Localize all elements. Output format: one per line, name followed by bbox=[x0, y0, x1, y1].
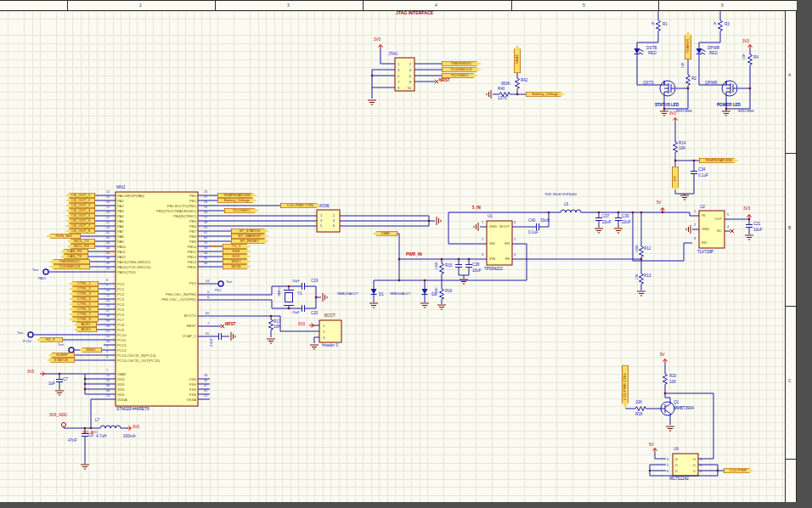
pin-number: 64 bbox=[106, 389, 110, 392]
r17-value: 10K bbox=[273, 325, 280, 329]
net-port-cs-out[interactable]: CS_OUT_3 bbox=[66, 203, 95, 208]
net-port-cs-out[interactable]: CS_OUT_4 bbox=[66, 208, 95, 213]
r13-value: 13K bbox=[634, 274, 639, 279]
net-port-tms-swdio[interactable]: TMS/SWDIO bbox=[442, 61, 481, 66]
pin-number: 49 bbox=[106, 262, 110, 265]
net-port-lcd-pwr-ctrl[interactable]: LCD PWR CTRL bbox=[280, 203, 321, 208]
net-port-cs-out[interactable]: CS_OUT_2 bbox=[66, 198, 95, 203]
u1-pin-boot: BOOT bbox=[499, 224, 510, 229]
port-row: MOSI bbox=[223, 264, 250, 269]
net-port-cs-out[interactable]: CS_OUT_6 bbox=[66, 218, 95, 223]
net-port-bt[interactable]: BT_WAKEUP bbox=[231, 234, 268, 239]
net-port-vbat[interactable]: VBAT bbox=[374, 231, 398, 236]
qsts-ref: QSTS bbox=[643, 81, 654, 85]
port-rt-vertical[interactable]: RT bbox=[672, 167, 679, 190]
net-port-ctrl[interactable]: CTRL_8 bbox=[70, 317, 99, 322]
c38-ref: C38 bbox=[472, 262, 479, 267]
net-port-ctrl[interactable]: CTRL_4 bbox=[70, 296, 99, 302]
net-port-battery-voltage[interactable]: Battery_Voltage bbox=[217, 198, 257, 203]
pin-number: 30 bbox=[204, 379, 207, 382]
u2-part: TLV733P bbox=[697, 250, 713, 254]
pin-name-boot0: BOOT0 bbox=[184, 313, 196, 318]
net-port-run-sig[interactable]: RUN_SIG bbox=[47, 234, 81, 239]
mcu-part: STM32F446RET6 bbox=[116, 407, 149, 411]
r42-value: 953K bbox=[501, 82, 510, 86]
net-port-tdo-swo[interactable]: TDO/SWO bbox=[224, 208, 258, 213]
net-port-spi[interactable]: SCK bbox=[223, 254, 250, 259]
r2-ref: R2 bbox=[691, 76, 696, 81]
net-port-nss2[interactable]: NSS2 bbox=[80, 347, 102, 353]
net-port-aux[interactable]: AUX2 bbox=[75, 327, 97, 332]
pin-number: 48 bbox=[106, 384, 110, 387]
net-port-aux[interactable]: AUX1 bbox=[75, 322, 97, 327]
zone-tick bbox=[785, 153, 797, 154]
pin-number: 46 bbox=[106, 257, 110, 260]
net-port-spi[interactable]: TX_3 bbox=[223, 244, 250, 249]
mcu-pin-row: VSSA12 bbox=[110, 397, 210, 402]
pin-number: 4 bbox=[106, 355, 108, 358]
net-port-ctrl[interactable]: CTRL_6 bbox=[70, 307, 99, 312]
net-port-uart[interactable]: MCU_RX bbox=[68, 244, 95, 249]
net-port-cs-out[interactable]: CS_OUT_7 bbox=[66, 223, 95, 229]
pin-number: 18 bbox=[204, 374, 207, 377]
net-port-cs-out[interactable]: CS_OUT_1 bbox=[66, 193, 95, 198]
pin-name-ph0: PH0-OSC_IN(PH0) bbox=[166, 292, 196, 296]
net-port-bt[interactable]: BT_STATUS bbox=[231, 229, 268, 234]
mcu-ref: MN3 bbox=[116, 185, 125, 189]
port-row: CTRL_8 bbox=[70, 317, 99, 322]
net-port-battery-voltage[interactable]: Battery_Voltage bbox=[526, 92, 565, 97]
l7-ref: L7 bbox=[95, 418, 99, 422]
port-row: CTRL_5 bbox=[70, 302, 99, 307]
net-port-spi[interactable]: MOSI bbox=[223, 264, 250, 269]
net-port-ctrl[interactable]: CTRL_5 bbox=[70, 302, 99, 307]
net-port-spi[interactable]: NSS bbox=[223, 249, 250, 254]
net-port-temperature-2[interactable]: TEMPERATURE bbox=[699, 158, 738, 163]
pin-num-vcap: 31 bbox=[206, 332, 209, 336]
r14-value: 10K bbox=[679, 146, 685, 150]
net-port-swd[interactable]: TMS/SWDIO bbox=[49, 259, 90, 264]
vdd-pwr: 3V3 bbox=[27, 370, 34, 374]
net-port-tdo-swo[interactable]: TDO/SWO bbox=[442, 73, 477, 78]
pin-name-nrst: NRST bbox=[187, 324, 196, 328]
net-port-can[interactable]: CAN_TX bbox=[61, 254, 88, 259]
net-port-swd[interactable]: TCK/SWCLK bbox=[49, 264, 90, 269]
zone-row-b: B bbox=[788, 225, 791, 230]
outer-area-bottom bbox=[0, 502, 797, 508]
port-row: CS_OUT_8 bbox=[66, 229, 95, 234]
net-port-temperature[interactable]: TEMPERATURE bbox=[217, 193, 257, 198]
net-port-tck-swclk[interactable]: TCK/SWCLK bbox=[442, 67, 481, 72]
net-port-can[interactable]: CAN_RX bbox=[61, 249, 88, 254]
port-status-vertical[interactable]: STATUS bbox=[685, 32, 691, 59]
net-port-ctrl[interactable]: CTRL_2 bbox=[70, 286, 99, 291]
net-port-ctrl[interactable]: CTRL_1 bbox=[70, 281, 99, 286]
net-port-ctrl[interactable]: CTRL_7 bbox=[70, 312, 99, 317]
net-port-rx3[interactable]: RX_3 bbox=[37, 337, 63, 342]
port-lcd-pwr-ctrl-vertical[interactable]: LCD PWR CTRL bbox=[622, 365, 629, 408]
net-port-bt[interactable]: BT_RESET bbox=[231, 239, 268, 244]
qpwr-ref: QPWR bbox=[705, 81, 717, 85]
boot-part: Header 3 bbox=[322, 343, 338, 347]
pin-number: 40 bbox=[106, 325, 110, 328]
mcu-pin-row: PA15(JTDI)50 bbox=[104, 269, 199, 274]
r20-ref: R20 bbox=[669, 374, 676, 378]
net-port-sleep[interactable]: SLEEP bbox=[49, 353, 75, 358]
net-port-cs-out[interactable]: CS_OUT_5 bbox=[66, 213, 95, 218]
u1-num-6: 6 bbox=[514, 221, 516, 225]
adc-port-label: 3V3_ADC bbox=[49, 413, 67, 417]
port-row: TCK/SWCLK bbox=[49, 264, 90, 269]
net-port-spi[interactable]: MISO bbox=[223, 259, 250, 264]
c20-ref: C20 bbox=[311, 311, 318, 315]
u6-pin-names-right: G D D bbox=[675, 456, 696, 474]
zone-tick bbox=[785, 459, 797, 460]
port-row: TX_3 bbox=[223, 244, 250, 249]
net-port-uart[interactable]: MCU_TX bbox=[68, 239, 95, 244]
l5-value: 33uH bbox=[540, 218, 550, 223]
port-vbat-vertical[interactable]: VBAT bbox=[514, 46, 521, 73]
net-port-ctrl[interactable]: CTRL_3 bbox=[70, 291, 99, 296]
schematic-canvas[interactable]: JTAG INTERFACE JTAG 3V3 1 3 5 7 9 2 4 6 … bbox=[0, 0, 812, 508]
net-port-lcd-pwr[interactable]: LCD PWR bbox=[724, 468, 753, 473]
net-port-status[interactable]: STATUS bbox=[48, 358, 75, 363]
net-port-cs-out[interactable]: CS_OUT_8 bbox=[66, 229, 95, 234]
c21-value: 10uF bbox=[753, 228, 762, 232]
boot-pwr: 3V3 bbox=[298, 322, 305, 326]
